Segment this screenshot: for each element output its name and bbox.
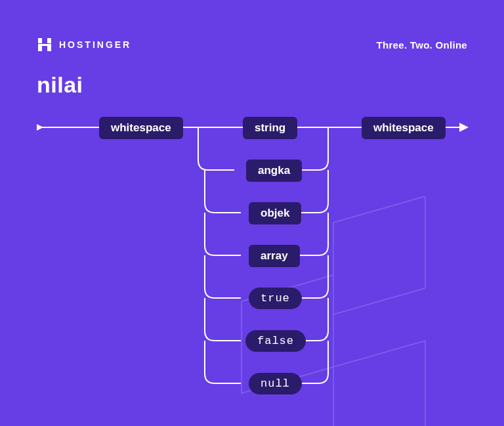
svg-rect-3	[47, 46, 51, 51]
svg-marker-7	[459, 123, 469, 132]
alt-node-1: angka	[246, 160, 302, 182]
tagline: Three. Two. Online	[377, 39, 467, 51]
svg-rect-1	[47, 38, 51, 43]
alt-node-0: string	[243, 117, 297, 139]
alt-node-4: true	[249, 288, 302, 309]
rail-right-node: whitespace	[362, 117, 446, 139]
diagram-title: nilai	[0, 53, 504, 98]
header: HOSTINGER Three. Two. Online	[0, 0, 504, 53]
brand-logo: HOSTINGER	[37, 37, 131, 53]
alt-node-6: null	[249, 373, 302, 394]
svg-rect-4	[38, 44, 51, 46]
alt-node-3: array	[249, 245, 300, 267]
alt-node-5: false	[245, 330, 306, 352]
rail-left-node: whitespace	[99, 117, 183, 139]
svg-rect-2	[38, 46, 42, 51]
railroad-diagram: whitespace string whitespace angka objek…	[0, 110, 504, 406]
svg-rect-0	[38, 38, 42, 43]
hostinger-icon	[37, 37, 52, 53]
brand-name: HOSTINGER	[59, 39, 131, 50]
alt-node-2: objek	[249, 202, 301, 224]
svg-marker-6	[37, 124, 43, 131]
